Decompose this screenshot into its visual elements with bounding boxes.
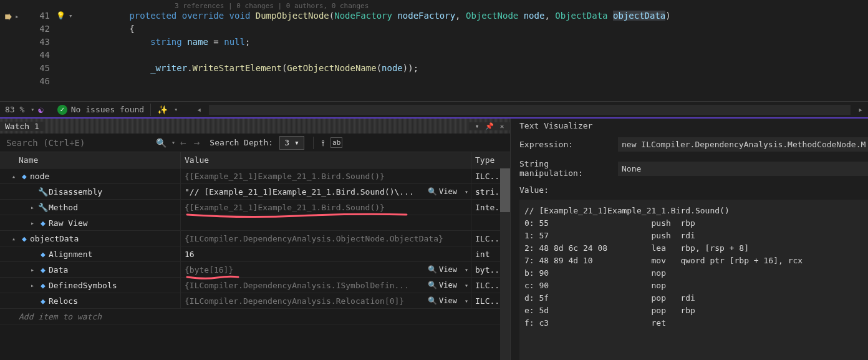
line-number: 45	[25, 62, 56, 75]
editor-status-bar: 83 % ▾ ☯ ✓ No issues found ✨ ▾ ◂ ▸	[0, 101, 868, 117]
watch-title: Watch 1	[0, 122, 44, 131]
search-input[interactable]	[4, 137, 153, 149]
row-value[interactable]: {ILCompiler.DependencyAnalysis.Relocatio…	[181, 293, 471, 308]
expression-field[interactable]: new ILCompiler.DependencyAnalysis.Method…	[618, 137, 868, 152]
current-line-arrow-icon	[4, 12, 12, 21]
row-name: Disassembly	[49, 184, 102, 200]
view-link[interactable]: 🔍View	[428, 293, 457, 308]
close-icon[interactable]: ✕	[496, 122, 508, 130]
hscroll-right-icon[interactable]: ▸	[858, 105, 863, 114]
expander-icon[interactable]: ▸	[27, 215, 37, 231]
check-icon: ✓	[57, 105, 67, 115]
depth-label: Search Depth:	[210, 138, 273, 147]
pin-icon[interactable]: 📌	[484, 122, 495, 130]
expander-icon[interactable]: ▸	[27, 262, 37, 278]
editor-margin: ▸	[0, 0, 25, 101]
code-line[interactable]	[81, 75, 868, 88]
lightbulb-icon[interactable]: 💡	[56, 9, 69, 22]
code-line[interactable]: {	[81, 22, 868, 36]
cleanup-dropdown-icon[interactable]: ▾	[174, 106, 178, 113]
cleanup-icon[interactable]: ✨	[157, 105, 168, 115]
depth-select[interactable]: 3 ▾	[279, 136, 304, 150]
view-link[interactable]: 🔍View	[428, 278, 457, 293]
col-value-header[interactable]: Value	[181, 152, 471, 168]
chevron-down-icon[interactable]: ▾	[465, 184, 468, 199]
expander-icon[interactable]: ▸	[27, 200, 37, 215]
nav-forward-icon[interactable]: →	[191, 137, 203, 148]
visualizer-title: Text Visualizer	[511, 119, 868, 134]
view-link[interactable]: 🔍View	[428, 262, 457, 277]
divider	[313, 137, 314, 149]
manipulation-label: String manipulation:	[519, 159, 613, 178]
watch-row[interactable]: ▸◆Data{byte[16]}🔍View▾byt...	[0, 262, 510, 278]
hscroll-left-icon[interactable]: ◂	[196, 105, 201, 114]
divider	[150, 104, 151, 116]
watch-row[interactable]: 🔧Disassembly"// [Example_21_1]Example_21…	[0, 184, 510, 200]
line-number: 43	[25, 36, 56, 49]
code-line[interactable]	[81, 49, 868, 62]
row-name: Relocs	[49, 293, 78, 309]
wrench-icon: 🔧	[37, 200, 49, 215]
visualizer-icon: 🔍	[428, 278, 437, 293]
row-name: objectData	[30, 231, 79, 246]
row-name: Raw View	[49, 215, 88, 231]
chevron-down-icon[interactable]: ▾	[465, 262, 468, 277]
expander-icon[interactable]: ▴	[9, 231, 19, 246]
cube-icon: ◆	[37, 278, 49, 293]
col-name-header[interactable]: Name	[0, 152, 181, 168]
issues-text[interactable]: No issues found	[71, 105, 144, 114]
row-value[interactable]: {ILCompiler.DependencyAnalysis.ObjectNod…	[181, 231, 471, 246]
search-options-dropdown-icon[interactable]: ▾	[171, 139, 175, 146]
visualizer-output[interactable]: // [Example_21_1]Example_21_1.Bird.Sound…	[519, 200, 868, 360]
filter-icon[interactable]: ⫯	[319, 138, 328, 148]
watch-titlebar[interactable]: Watch 1 ▾ 📌 ✕	[0, 119, 510, 134]
visualizer-icon: 🔍	[428, 262, 437, 277]
zoom-level[interactable]: 83 %	[5, 105, 24, 114]
code-line[interactable]: _writer.WriteStartElement(GetObjectNodeN…	[81, 62, 868, 75]
watch-grid-body: ▴◆node{[Example_21_1]Example_21_1.Bird.S…	[0, 168, 510, 360]
value-label: Value:	[519, 185, 613, 195]
line-number: 41	[25, 9, 56, 22]
add-item-row[interactable]: Add item to watch	[0, 309, 510, 324]
line-number: 44	[25, 49, 56, 62]
vertical-scrollbar[interactable]	[500, 168, 510, 360]
row-name: Method	[49, 200, 78, 215]
line-number: 42	[25, 22, 56, 36]
watch-row[interactable]: ◆Alignment16int	[0, 246, 510, 262]
code-editor[interactable]: ▸ 3 references | 0 changes | 0 authors, …	[0, 0, 868, 101]
window-menu-icon[interactable]: ▾	[471, 122, 483, 130]
row-name: Alignment	[49, 246, 92, 262]
code-line[interactable]: string name = null;	[81, 36, 868, 49]
fold-icon[interactable]: ▾	[69, 9, 81, 22]
highlight-icon[interactable]: ab	[330, 137, 342, 148]
search-icon[interactable]: 🔍	[156, 138, 166, 148]
watch-grid-header: Name Value Type	[0, 152, 510, 168]
row-value[interactable]: 16	[181, 246, 471, 261]
text-visualizer: Text Visualizer Expression: new ILCompil…	[511, 119, 868, 360]
watch-row[interactable]: ◆Relocs{ILCompiler.DependencyAnalysis.Re…	[0, 293, 510, 309]
watch-row[interactable]: ▴◆node{[Example_21_1]Example_21_1.Bird.S…	[0, 168, 510, 184]
chevron-down-icon[interactable]: ▾	[465, 278, 468, 293]
row-value[interactable]: {[Example_21_1]Example_21_1.Bird.Sound()…	[181, 168, 471, 183]
visualizer-icon: 🔍	[428, 293, 437, 308]
view-link[interactable]: 🔍View	[428, 184, 457, 199]
row-name: Data	[49, 262, 68, 278]
zoom-dropdown-icon[interactable]: ▾	[31, 106, 34, 113]
cube-icon: ◆	[19, 168, 30, 184]
code-line[interactable]: protected override void DumpObjectNode(N…	[81, 9, 868, 22]
chevron-down-icon[interactable]: ▾	[465, 293, 468, 308]
expression-label: Expression:	[519, 140, 613, 149]
col-type-header[interactable]: Type	[471, 152, 510, 168]
watch-row[interactable]: ▸◆DefinedSymbols{ILCompiler.DependencyAn…	[0, 278, 510, 293]
manipulation-select[interactable]: None	[618, 162, 868, 176]
line-number: 46	[25, 75, 56, 88]
expander-icon[interactable]: ▸	[27, 278, 37, 293]
intellicode-icon[interactable]: ☯	[38, 105, 43, 115]
row-value[interactable]: "// [Example_21_1]Example_21_1.Bird.Soun…	[181, 184, 471, 199]
expander-icon[interactable]: ▴	[9, 168, 19, 184]
horizontal-scrollbar[interactable]	[209, 105, 851, 115]
nav-back-icon[interactable]: ←	[178, 137, 189, 148]
watch-toolbar: 🔍 ▾ ← → Search Depth: 3 ▾ ⫯ ab	[0, 134, 510, 152]
cube-icon: ◆	[19, 231, 30, 246]
watch-row[interactable]: ▴◆objectData{ILCompiler.DependencyAnalys…	[0, 231, 510, 246]
